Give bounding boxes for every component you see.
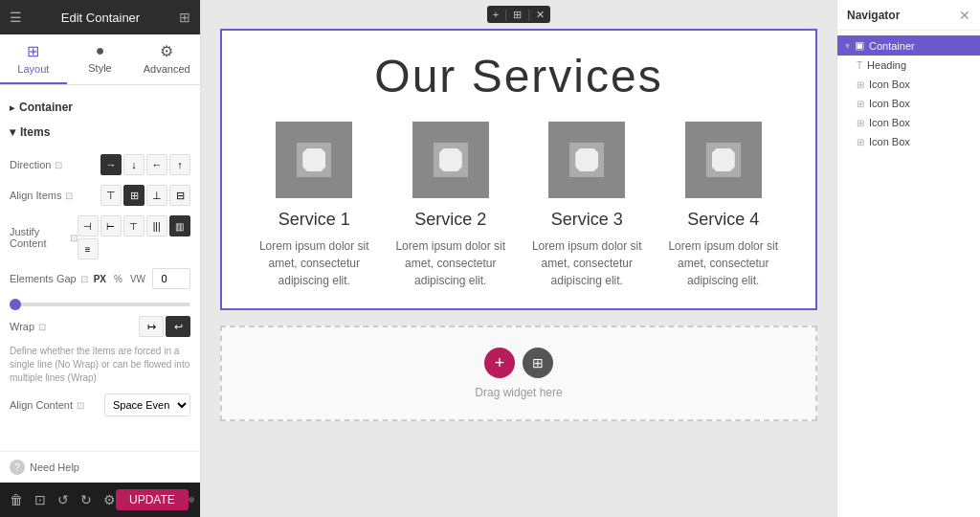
canvas-top-controls: + | ⊞ | ✕	[487, 6, 551, 23]
grid-icon[interactable]: ⊞	[179, 10, 190, 25]
items-section-label: Items	[20, 125, 50, 139]
gap-slider-container	[10, 293, 190, 312]
container-section[interactable]: ▸ Container	[10, 95, 190, 120]
canvas-move-btn[interactable]: ⊞	[513, 9, 522, 21]
update-button[interactable]: UPDATE	[116, 489, 189, 510]
nav-iconbox1-icon: ⊞	[857, 79, 864, 90]
justify-info-icon: ⊡	[70, 233, 78, 243]
container-chevron: ▸	[10, 102, 14, 113]
align-items-row: Align Items ⊡ ⊤ ⊞ ⊥ ⊟	[10, 180, 190, 211]
gap-input[interactable]	[152, 268, 190, 289]
unit-vw[interactable]: VW	[127, 273, 148, 285]
service-icon-inner-2	[434, 143, 468, 177]
widget-button[interactable]: ⊞	[523, 348, 553, 378]
service-icon-box-1	[276, 122, 352, 198]
navigator-close-btn[interactable]: ✕	[959, 8, 970, 23]
nav-item-heading[interactable]: T Heading	[837, 56, 980, 75]
direction-down-btn[interactable]: ↓	[123, 154, 145, 175]
nav-iconbox2-label: Icon Box	[869, 98, 910, 109]
justify-center-btn[interactable]: ⊢	[100, 215, 122, 236]
canvas-top-bar: + | ⊞ | ✕	[201, 0, 836, 29]
tab-advanced[interactable]: ⚙ Advanced	[133, 34, 200, 84]
tab-advanced-label: Advanced	[144, 63, 190, 75]
justify-controls: ⊣ ⊢ ⊤ ||| ▥ ≡	[78, 215, 190, 259]
wrap-nowrap-btn[interactable]: ↦	[139, 316, 164, 337]
justify-start-btn[interactable]: ⊣	[78, 215, 99, 236]
nav-iconbox3-label: Icon Box	[869, 117, 910, 128]
hamburger-icon[interactable]: ☰	[10, 10, 22, 25]
services-grid: Service 1 Lorem ipsum dolor sit amet, co…	[241, 122, 796, 289]
items-section[interactable]: ▾ Items	[10, 120, 190, 145]
service-item-3: Service 3 Lorem ipsum dolor sit amet, co…	[523, 122, 651, 289]
wrap-hint: Define whether the items are forced in a…	[10, 341, 190, 389]
service-desc-3: Lorem ipsum dolor sit amet, consectetur …	[523, 237, 651, 289]
justify-between-btn[interactable]: |||	[146, 215, 167, 236]
align-center-btn[interactable]: ⊞	[123, 185, 145, 206]
nav-iconbox3-icon: ⊞	[857, 118, 864, 128]
panel-header: ☰ Edit Container ⊞	[0, 0, 200, 34]
gap-slider[interactable]	[10, 303, 190, 306]
tab-layout-label: Layout	[17, 63, 49, 75]
navigator-title: Navigator	[847, 9, 900, 22]
panel-tabs: ⊞ Layout ● Style ⚙ Advanced	[0, 34, 200, 85]
items-chevron: ▾	[10, 125, 15, 139]
direction-up-btn[interactable]: ↑	[169, 154, 190, 175]
service-icon-box-3	[548, 122, 625, 198]
service-item-2: Service 2 Lorem ipsum dolor sit amet, co…	[388, 122, 515, 289]
navigator-header: Navigator ✕	[837, 0, 980, 31]
justify-end-btn[interactable]: ⊤	[123, 215, 145, 236]
settings-icon[interactable]: ⚙	[103, 492, 116, 507]
service-icon-shape-1	[302, 148, 325, 171]
align-end-btn[interactable]: ⊥	[146, 185, 167, 206]
container-box: Our Services Service 1 Lorem ipsum dolor…	[220, 29, 817, 310]
nav-item-iconbox-4[interactable]: ⊞ Icon Box	[837, 132, 980, 151]
bottom-toolbar-left: 🗑 ⊡ ↺ ↻ ⚙	[10, 492, 116, 507]
tab-style-label: Style	[88, 62, 111, 74]
drop-label: Drag widget here	[475, 386, 562, 399]
align-content-select[interactable]: Space Evenly	[104, 393, 190, 416]
panel-content: ▸ Container ▾ Items Direction ⊡ → ↓	[0, 85, 200, 451]
tab-layout[interactable]: ⊞ Layout	[0, 34, 67, 84]
align-start-btn[interactable]: ⊤	[100, 185, 122, 206]
service-icon-shape-2	[439, 148, 462, 171]
service-item-1: Service 1 Lorem ipsum dolor sit amet, co…	[251, 122, 378, 289]
align-info-icon: ⊡	[65, 191, 73, 201]
direction-right-btn[interactable]: →	[100, 154, 122, 175]
service-icon-inner-1	[297, 143, 331, 177]
justify-label: Justify Content ⊡	[10, 226, 78, 249]
need-help[interactable]: ? Need Help	[0, 451, 200, 483]
drop-zone-buttons: + ⊞	[484, 348, 553, 378]
unit-px[interactable]: PX	[91, 273, 109, 285]
canvas-close-btn[interactable]: ✕	[536, 9, 545, 21]
direction-left-btn[interactable]: ←	[146, 154, 167, 175]
nav-item-iconbox-2[interactable]: ⊞ Icon Box	[837, 94, 980, 113]
gap-row: Elements Gap ⊡ PX % VW	[10, 264, 190, 293]
nav-item-iconbox-1[interactable]: ⊞ Icon Box	[837, 75, 980, 94]
unit-percent[interactable]: %	[111, 273, 125, 285]
dot-indicator[interactable]	[189, 497, 194, 503]
tab-style[interactable]: ● Style	[67, 34, 134, 84]
service-icon-box-4	[685, 122, 762, 198]
wrap-wrap-btn[interactable]: ↩	[166, 316, 190, 337]
service-icon-shape-3	[575, 148, 598, 171]
nav-item-container[interactable]: ▾ ▣ Container	[837, 35, 980, 56]
service-title-2: Service 2	[414, 210, 486, 230]
services-title: Our Services	[241, 50, 796, 102]
nav-heading-icon: T	[857, 60, 862, 71]
align-content-label: Align Content ⊡	[10, 399, 84, 411]
justify-around-btn[interactable]: ≡	[78, 238, 99, 259]
service-icon-shape-4	[712, 148, 735, 171]
duplicate-icon[interactable]: ⊡	[34, 492, 46, 507]
redo-icon[interactable]: ↻	[80, 492, 92, 507]
gap-label: Elements Gap ⊡	[10, 273, 88, 284]
unit-selector: PX % VW	[91, 273, 148, 285]
justify-evenly-btn[interactable]: ▥	[169, 215, 190, 236]
undo-icon[interactable]: ↺	[57, 492, 69, 507]
nav-expand-icon: ▾	[845, 40, 850, 51]
align-stretch-btn[interactable]: ⊟	[169, 185, 190, 206]
service-title-4: Service 4	[687, 210, 759, 230]
canvas-add-btn[interactable]: +	[493, 9, 499, 20]
trash-icon[interactable]: 🗑	[10, 492, 23, 507]
nav-item-iconbox-3[interactable]: ⊞ Icon Box	[837, 113, 980, 132]
add-widget-button[interactable]: +	[484, 348, 515, 378]
